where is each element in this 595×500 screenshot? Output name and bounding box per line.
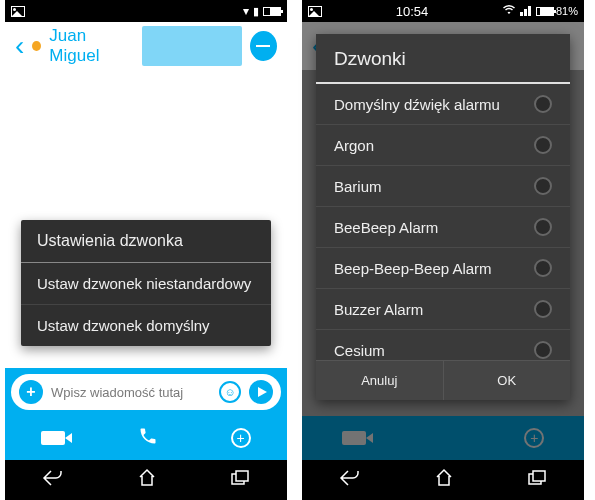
context-menu-item-default[interactable]: Ustaw dzwonek domyślny bbox=[21, 305, 271, 346]
chat-area: Ustawienia dzwonka Ustaw dzwonek niestan… bbox=[5, 70, 287, 368]
add-participant-icon[interactable]: + bbox=[231, 428, 251, 448]
ringtone-item[interactable]: Argon bbox=[316, 125, 570, 166]
nav-back-icon[interactable] bbox=[339, 469, 361, 491]
context-menu-title: Ustawienia dzwonka bbox=[21, 220, 271, 263]
contact-name[interactable]: Juan Miguel bbox=[49, 26, 132, 66]
ringtone-item[interactable]: Barium bbox=[316, 166, 570, 207]
presence-icon bbox=[32, 41, 41, 51]
add-button[interactable]: + bbox=[19, 380, 43, 404]
radio-icon[interactable] bbox=[534, 259, 552, 277]
chat-header: ‹ Juan Miguel xxxxxx xxxxxx bbox=[5, 22, 287, 70]
phone-right: 10:54 81% ‹ Dzwonki Domyślny dźwięk alar… bbox=[302, 0, 584, 500]
send-button[interactable] bbox=[249, 380, 273, 404]
nav-bar bbox=[5, 460, 287, 500]
video-call-icon bbox=[342, 431, 366, 445]
radio-icon[interactable] bbox=[534, 300, 552, 318]
contact-name-blurred: xxxxxx xxxxxx bbox=[142, 26, 242, 66]
ringtone-item[interactable]: Beep-Beep-Beep Alarm bbox=[316, 248, 570, 289]
send-icon bbox=[258, 387, 267, 397]
nav-home-icon[interactable] bbox=[434, 468, 454, 492]
svg-rect-1 bbox=[236, 471, 248, 481]
svg-rect-3 bbox=[533, 471, 545, 481]
ok-button[interactable]: OK bbox=[444, 361, 571, 400]
nav-home-icon[interactable] bbox=[137, 468, 157, 492]
call-bar: + bbox=[5, 416, 287, 460]
dialog-title: Dzwonki bbox=[316, 34, 570, 84]
radio-icon[interactable] bbox=[534, 177, 552, 195]
compose-input[interactable]: Wpisz wiadomość tutaj bbox=[51, 385, 211, 400]
battery-icon bbox=[263, 7, 281, 16]
wifi-icon bbox=[502, 4, 516, 18]
battery-fill bbox=[540, 8, 553, 15]
status-bar: ▾ ▮ bbox=[5, 0, 287, 22]
voice-call-icon[interactable] bbox=[138, 426, 158, 451]
battery-percentage: 81% bbox=[556, 5, 578, 17]
call-bar-dimmed: + bbox=[302, 416, 584, 460]
radio-icon[interactable] bbox=[534, 95, 552, 113]
context-menu-item-custom[interactable]: Ustaw dzwonek niestandardowy bbox=[21, 263, 271, 305]
battery-indicator: 81% bbox=[536, 5, 578, 17]
phone-left: ▾ ▮ ‹ Juan Miguel xxxxxx xxxxxx Ustawien… bbox=[5, 0, 287, 500]
context-menu: Ustawienia dzwonka Ustaw dzwonek niestan… bbox=[21, 220, 271, 346]
radio-icon[interactable] bbox=[534, 136, 552, 154]
status-bar: 10:54 81% bbox=[302, 0, 584, 22]
nav-back-icon[interactable] bbox=[42, 469, 64, 491]
back-icon[interactable]: ‹ bbox=[15, 30, 24, 62]
video-call-icon[interactable] bbox=[41, 431, 65, 445]
add-participant-icon: + bbox=[524, 428, 544, 448]
gallery-icon bbox=[308, 6, 322, 17]
header-menu-button[interactable] bbox=[250, 31, 277, 61]
cancel-button[interactable]: Anuluj bbox=[316, 361, 444, 400]
dialog-buttons: Anuluj OK bbox=[316, 360, 570, 400]
wifi-icon: ▾ bbox=[243, 4, 249, 18]
signal-icon: ▮ bbox=[253, 5, 259, 18]
ringtone-item[interactable]: Domyślny dźwięk alarmu bbox=[316, 84, 570, 125]
radio-icon[interactable] bbox=[534, 218, 552, 236]
gallery-icon bbox=[11, 6, 25, 17]
emoji-icon[interactable]: ☺ bbox=[219, 381, 241, 403]
signal-icon bbox=[520, 5, 532, 18]
status-time: 10:54 bbox=[322, 4, 502, 19]
ringtone-dialog: Dzwonki Domyślny dźwięk alarmu Argon Bar… bbox=[316, 34, 570, 400]
nav-recent-icon[interactable] bbox=[527, 469, 547, 491]
nav-recent-icon[interactable] bbox=[230, 469, 250, 491]
menu-icon bbox=[256, 45, 270, 47]
ringtone-list[interactable]: Domyślny dźwięk alarmu Argon Barium BeeB… bbox=[316, 84, 570, 360]
ringtone-item[interactable]: Cesium bbox=[316, 330, 570, 360]
radio-icon[interactable] bbox=[534, 341, 552, 359]
ringtone-item[interactable]: Buzzer Alarm bbox=[316, 289, 570, 330]
nav-bar bbox=[302, 460, 584, 500]
compose-bar: + Wpisz wiadomość tutaj ☺ bbox=[5, 368, 287, 416]
ringtone-item[interactable]: BeeBeep Alarm bbox=[316, 207, 570, 248]
